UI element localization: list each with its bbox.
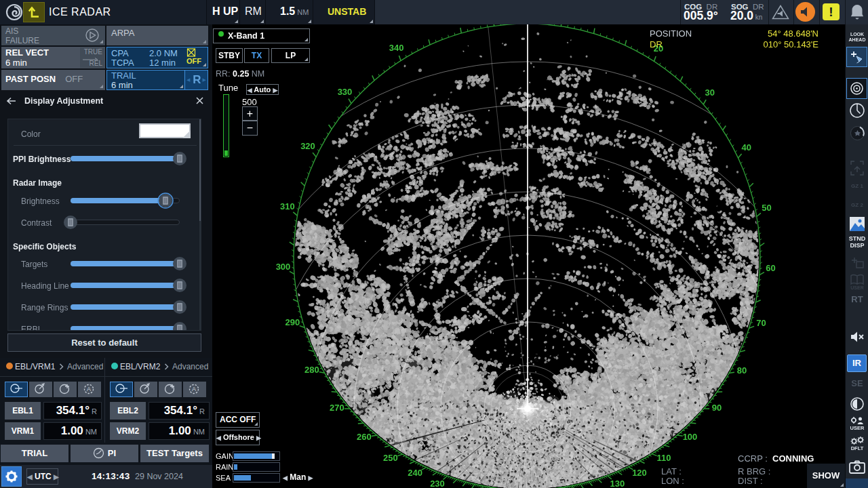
- svg-text:110: 110: [656, 453, 671, 463]
- svg-text:90: 90: [712, 403, 722, 413]
- svg-text:240: 240: [408, 468, 422, 478]
- svg-text:320: 320: [300, 141, 315, 151]
- svg-text:290: 290: [285, 317, 300, 327]
- svg-text:330: 330: [338, 87, 353, 97]
- svg-text:140: 140: [590, 486, 605, 488]
- svg-text:A: A: [192, 386, 196, 392]
- svg-text:50: 50: [762, 203, 771, 213]
- svg-text:30: 30: [705, 87, 714, 98]
- svg-text:130: 130: [610, 479, 625, 488]
- svg-text:250: 250: [383, 453, 398, 463]
- svg-text:A: A: [87, 386, 91, 392]
- svg-text:340: 340: [389, 43, 404, 53]
- svg-text:270: 270: [330, 403, 344, 413]
- svg-text:300: 300: [276, 262, 291, 272]
- svg-text:120: 120: [632, 468, 647, 478]
- svg-text:40: 40: [741, 142, 751, 152]
- svg-text:230: 230: [430, 479, 445, 488]
- svg-text:260: 260: [357, 432, 372, 442]
- svg-text:70: 70: [756, 318, 766, 328]
- svg-text:280: 280: [304, 365, 319, 375]
- svg-text:60: 60: [766, 263, 775, 273]
- svg-text:80: 80: [737, 365, 747, 375]
- svg-text:100: 100: [683, 432, 698, 442]
- svg-text:310: 310: [280, 201, 295, 211]
